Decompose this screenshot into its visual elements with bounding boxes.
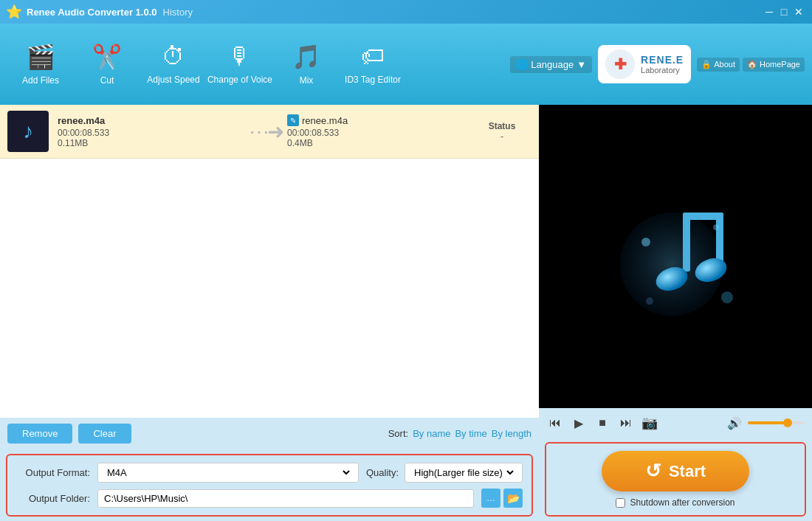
bottom-controls: Remove Clear Sort: By name By time By le…	[0, 418, 539, 449]
language-label: Language	[531, 59, 574, 70]
homepage-label: HomePage	[760, 60, 800, 69]
format-select[interactable]: M4AMP3WAVAACFLACOGG	[104, 466, 352, 479]
refresh-icon: ↺	[645, 460, 661, 483]
app-logo-icon: ⭐	[6, 4, 22, 20]
skip-back-button[interactable]: ⏮	[546, 414, 564, 432]
svg-rect-1	[683, 213, 690, 272]
tool-label-add-files: Add Files	[22, 75, 59, 86]
volume-slider[interactable]	[748, 421, 805, 424]
music-note-visual	[602, 183, 749, 331]
source-info: renee.m4a 00:00:08.533 0.11MB	[58, 115, 243, 148]
folder-row: Output Folder: … 📂	[16, 489, 523, 508]
start-button[interactable]: ↺ Start	[602, 451, 749, 491]
main-area: ♪ renee.m4a 00:00:08.533 0.11MB ⋯➜ ✎ ren…	[0, 105, 812, 521]
quality-group: Quality: High(Larger file size)MediumLow	[366, 463, 523, 483]
preview-area	[539, 105, 812, 408]
file-list-empty	[0, 261, 539, 418]
tool-label-adjust-speed: Adjust Speed	[147, 75, 199, 85]
folder-buttons: … 📂	[481, 489, 523, 508]
tool-icon-id3-tag-editor: 🏷	[361, 43, 385, 70]
format-row: Output Format: M4AMP3WAVAACFLACOGG Quali…	[16, 463, 523, 483]
music-note-svg	[602, 183, 749, 331]
volume-handle	[783, 418, 792, 427]
open-folder-button[interactable]: 📂	[503, 489, 523, 508]
right-panel: ⏮ ▶ ■ ⏭ 📷 🔊 ↺ Start Shutdown after conve…	[539, 105, 812, 521]
titlebar: ⭐ Renee Audio Converter 1.0.0 History ─ …	[0, 0, 812, 24]
language-button[interactable]: 🌐 Language ▼	[510, 56, 592, 73]
quality-dropdown[interactable]: High(Larger file size)MediumLow	[405, 463, 523, 483]
format-label: Output Format:	[16, 467, 90, 478]
tool-label-id3-tag-editor: ID3 Tag Editor	[345, 75, 401, 85]
stop-button[interactable]: ■	[593, 414, 611, 432]
tool-icon-mix: 🎵	[292, 43, 321, 71]
home-icon: 🏠	[747, 60, 757, 69]
output-file-icon: ✎	[287, 114, 299, 126]
start-label: Start	[669, 462, 706, 481]
skip-forward-button[interactable]: ⏭	[617, 414, 635, 432]
svg-point-6	[641, 238, 650, 246]
rene-logo: ✚ RENE.E Laboratory	[598, 45, 691, 83]
output-name-row: ✎ renee.m4a	[287, 114, 472, 126]
tool-label-mix: Mix	[300, 75, 314, 86]
minimize-button[interactable]: ─	[762, 4, 777, 19]
source-duration: 00:00:08.533	[58, 128, 243, 138]
sort-by-time[interactable]: By time	[455, 428, 486, 439]
quality-select[interactable]: High(Larger file size)MediumLow	[411, 466, 516, 479]
convert-arrow-icon: ⋯➜	[249, 120, 282, 144]
arrow-area: ⋯➜	[243, 120, 287, 144]
close-button[interactable]: ✕	[791, 4, 806, 19]
volume-icon: 🔊	[727, 416, 742, 430]
start-area: ↺ Start Shutdown after conversion	[545, 442, 806, 517]
sort-by-name[interactable]: By name	[413, 428, 450, 439]
shutdown-label: Shutdown after conversion	[630, 497, 734, 508]
format-dropdown[interactable]: M4AMP3WAVAACFLACOGG	[97, 463, 359, 483]
quality-label: Quality:	[366, 467, 399, 478]
globe-icon: 🌐	[516, 59, 528, 70]
history-label: History	[163, 7, 193, 18]
shutdown-checkbox[interactable]	[616, 498, 625, 508]
play-button[interactable]: ▶	[570, 414, 588, 432]
camera-button[interactable]: 📷	[641, 414, 658, 432]
source-size: 0.11MB	[58, 138, 243, 148]
folder-open-icon: 📂	[507, 492, 520, 504]
tool-icon-cut: ✂️	[92, 43, 122, 71]
tool-add-files[interactable]: 🎬Add Files	[7, 31, 74, 97]
browse-button[interactable]: …	[481, 489, 500, 508]
folder-label: Output Folder:	[16, 493, 90, 504]
source-name: renee.m4a	[58, 115, 243, 126]
sort-by-length[interactable]: By length	[492, 428, 531, 439]
remove-button[interactable]: Remove	[7, 424, 72, 444]
tool-cut[interactable]: ✂️Cut	[74, 31, 140, 97]
status-value: -	[472, 131, 531, 142]
player-controls: ⏮ ▶ ■ ⏭ 📷 🔊	[539, 408, 812, 438]
output-settings: Output Format: M4AMP3WAVAACFLACOGG Quali…	[6, 454, 533, 517]
tool-icon-adjust-speed: ⏱	[162, 43, 185, 70]
maximize-button[interactable]: □	[777, 4, 791, 19]
tool-icon-add-files: 🎬	[26, 43, 55, 71]
clear-button[interactable]: Clear	[78, 424, 131, 444]
tool-change-of-voice[interactable]: 🎙Change of Voice	[207, 31, 273, 97]
output-filename: renee.m4a	[302, 115, 348, 126]
folder-input[interactable]	[97, 489, 474, 508]
tool-label-cut: Cut	[100, 75, 114, 86]
about-button[interactable]: 🔒 About	[697, 58, 740, 72]
tool-mix[interactable]: 🎵Mix	[273, 31, 340, 97]
file-list: ♪ renee.m4a 00:00:08.533 0.11MB ⋯➜ ✎ ren…	[0, 105, 539, 261]
svg-point-8	[721, 291, 733, 303]
svg-rect-3	[716, 213, 723, 264]
file-status: Status -	[472, 121, 531, 142]
homepage-button[interactable]: 🏠 HomePage	[743, 58, 805, 72]
file-thumb: ♪	[7, 111, 49, 152]
svg-point-7	[713, 224, 719, 230]
dropdown-arrow-icon: ▼	[577, 59, 586, 70]
tool-adjust-speed[interactable]: ⏱Adjust Speed	[140, 31, 207, 97]
app-title: Renee Audio Converter 1.0.0	[27, 7, 157, 18]
rene-logo-text: RENE.E Laboratory	[641, 54, 684, 75]
tool-id3-tag-editor[interactable]: 🏷ID3 Tag Editor	[340, 31, 406, 97]
sort-area: Sort: By name By time By length	[388, 428, 531, 439]
tool-icon-change-of-voice: 🎙	[228, 43, 252, 70]
lock-icon: 🔒	[701, 60, 712, 69]
output-info: ✎ renee.m4a 00:00:08.533 0.4MB	[287, 114, 472, 148]
output-duration: 00:00:08.533	[287, 128, 472, 138]
rene-name: RENE.E	[641, 54, 684, 66]
